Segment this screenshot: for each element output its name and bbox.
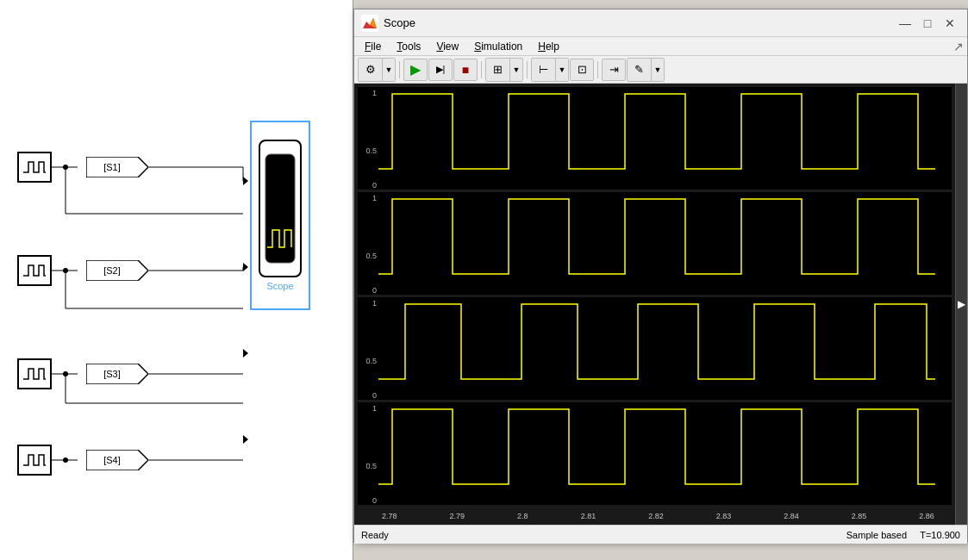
zoom-fit-button[interactable]: ⊡: [570, 59, 594, 81]
minimize-button[interactable]: —: [895, 15, 915, 32]
x-label-5: 2.83: [716, 512, 732, 520]
svg-text:0: 0: [372, 391, 377, 400]
expand-icon[interactable]: ↗: [953, 40, 964, 53]
pulse-gen-block-1: [17, 152, 52, 183]
svg-text:0.5: 0.5: [365, 146, 377, 155]
scope-toolbar: ⚙ ▼ ▶ ▶| ■ ⊞ ▼ ⊢ ▼ ⊡ ⇥ ✎ ▼: [354, 56, 967, 84]
plot-row-2: 1 0.5 0: [358, 192, 952, 295]
svg-marker-20: [243, 177, 248, 185]
settings-button-group: ⚙ ▼: [358, 58, 396, 82]
more-button-group: ✎ ▼: [627, 58, 665, 82]
plot-row-1: 1 0.5 0: [358, 87, 952, 190]
plot-svg-3: 1 0.5 0: [358, 297, 952, 400]
plots-container: 1 0.5 0 1 0.5 0: [354, 84, 955, 525]
scope-display-icon: [264, 152, 297, 264]
x-label-2: 2.8: [517, 512, 528, 520]
simulink-panel: [S1] [S2] [S3]: [0, 0, 353, 560]
cursor-dropdown[interactable]: ▼: [556, 59, 568, 81]
more-button[interactable]: ✎: [628, 59, 652, 81]
close-button[interactable]: ✕: [940, 15, 960, 32]
menu-help[interactable]: Help: [531, 39, 566, 54]
x-label-6: 2.84: [784, 512, 799, 520]
pulse-generator-3: [17, 358, 52, 389]
svg-text:0: 0: [372, 496, 377, 505]
settings-dropdown[interactable]: ▼: [383, 59, 395, 81]
x-axis-row: 2.78 2.79 2.8 2.81 2.82 2.83 2.84 2.85 2…: [358, 507, 952, 525]
cursor-button-group: ⊢ ▼: [531, 58, 569, 82]
plot-area-container: 1 0.5 0 1 0.5 0: [354, 84, 967, 525]
svg-marker-23: [243, 435, 248, 444]
x-label-4: 2.82: [648, 512, 664, 520]
goto-block-1: [S1]: [86, 157, 148, 180]
pulse-waveform-icon-4: [22, 450, 47, 470]
arrow-right-icon: ▶: [958, 298, 965, 310]
x-label-3: 2.81: [581, 512, 596, 520]
x-label-8: 2.86: [919, 512, 934, 520]
pulse-generator-2: [17, 255, 52, 286]
svg-rect-32: [265, 154, 295, 263]
menu-simulation[interactable]: Simulation: [467, 39, 529, 54]
menu-tools[interactable]: Tools: [390, 39, 428, 54]
scope-window: Scope — □ ✕ File Tools View Simulation H…: [353, 9, 968, 543]
pulse-gen-block-4: [17, 445, 52, 476]
scope-statusbar: Ready Sample based T=10.900: [354, 525, 967, 544]
svg-rect-40: [358, 192, 952, 295]
x-label-1: 2.79: [450, 512, 465, 520]
svg-text:[S3]: [S3]: [103, 369, 121, 379]
scope-title-text: Scope: [384, 16, 893, 29]
save-layout-button[interactable]: ⇥: [602, 59, 626, 81]
scope-titlebar: Scope — □ ✕: [354, 9, 967, 37]
pulse-gen-block-3: [17, 358, 52, 389]
settings-button[interactable]: ⚙: [359, 59, 383, 81]
svg-rect-48: [358, 402, 952, 505]
run-button[interactable]: ▶: [403, 59, 428, 81]
scope-block-inner: [259, 140, 302, 277]
scope-menubar: File Tools View Simulation Help ↗: [354, 37, 967, 56]
svg-text:0: 0: [372, 286, 377, 295]
svg-text:1: 1: [372, 194, 377, 202]
scroll-right-arrow[interactable]: ▶: [955, 84, 967, 525]
time-label: T=10.900: [920, 530, 960, 540]
x-axis-labels: 2.78 2.79 2.8 2.81 2.82 2.83 2.84 2.85 2…: [382, 512, 934, 520]
svg-text:[S4]: [S4]: [103, 455, 121, 465]
layout-dropdown[interactable]: ▼: [510, 59, 522, 81]
status-ready: Ready: [361, 530, 389, 540]
plot-svg-2: 1 0.5 0: [358, 192, 952, 295]
scope-block[interactable]: Scope: [250, 121, 310, 310]
pulse-waveform-icon-3: [22, 364, 47, 384]
svg-text:0.5: 0.5: [365, 357, 377, 365]
svg-text:1: 1: [372, 89, 377, 97]
x-label-7: 2.85: [852, 512, 867, 520]
svg-text:1: 1: [372, 299, 377, 308]
svg-point-13: [63, 371, 68, 376]
restore-button[interactable]: □: [917, 15, 938, 32]
plot-row-3: 1 0.5 0: [358, 297, 952, 400]
plot-row-4: 1 0.5 0: [358, 402, 952, 505]
svg-text:0.5: 0.5: [365, 462, 377, 470]
sample-based-label: Sample based: [846, 530, 907, 540]
status-right: Sample based T=10.900: [846, 530, 960, 540]
svg-text:1: 1: [372, 404, 377, 413]
scope-block-label: Scope: [266, 281, 293, 291]
pulse-waveform-icon-2: [22, 260, 47, 281]
toolbar-sep-1: [399, 61, 400, 78]
svg-text:[S2]: [S2]: [103, 265, 121, 276]
svg-point-1: [63, 165, 68, 170]
svg-text:[S1]: [S1]: [103, 162, 121, 172]
layout-button[interactable]: ⊞: [486, 59, 510, 81]
matlab-icon: [361, 15, 378, 32]
menu-file[interactable]: File: [358, 39, 388, 54]
more-dropdown[interactable]: ▼: [652, 59, 664, 81]
stop-button[interactable]: ■: [453, 59, 478, 81]
cursor-button[interactable]: ⊢: [532, 59, 556, 81]
x-label-0: 2.78: [382, 512, 397, 520]
svg-marker-22: [243, 349, 248, 358]
step-forward-button[interactable]: ▶|: [428, 59, 453, 81]
goto-block-2: [S2]: [86, 260, 148, 283]
layout-button-group: ⊞ ▼: [485, 58, 523, 82]
plot-svg-4: 1 0.5 0: [358, 402, 952, 505]
toolbar-sep-4: [597, 61, 598, 78]
menu-view[interactable]: View: [429, 39, 465, 54]
svg-rect-33: [361, 15, 378, 32]
plot-svg-1: 1 0.5 0: [358, 87, 952, 190]
